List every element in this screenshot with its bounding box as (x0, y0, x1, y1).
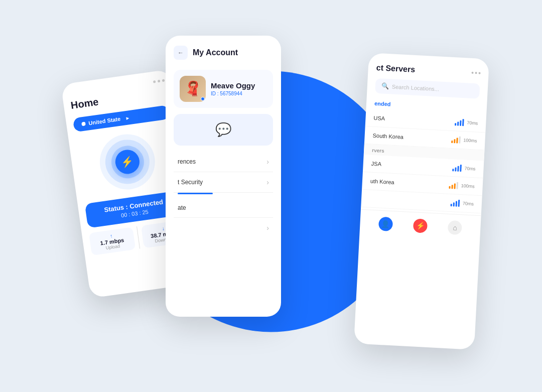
server-right-3: 70ms (451, 199, 474, 207)
menu-item-security[interactable]: t Security › (174, 172, 273, 193)
bar2 (451, 185, 453, 189)
back-icon: ← (178, 49, 184, 56)
dot-2 (158, 79, 161, 82)
location-dot (81, 121, 86, 126)
bottom-nav: 👤 ⚡ ⌂ (359, 209, 481, 241)
nav-home-icon: ⌂ (448, 220, 462, 234)
server-name-korea-rec: South Korea (372, 132, 403, 140)
bar3 (456, 138, 458, 143)
bolt-icon: ⚡ (120, 155, 134, 168)
scene: Home United State ▸ ⚡ Status : Connected… (45, 16, 497, 377)
server-right-uth-korea: 100ms (449, 181, 475, 190)
ping-jsa: 70ms (464, 166, 476, 171)
bar4 (458, 199, 460, 206)
menu-item-bottom[interactable]: › (174, 218, 273, 238)
server-right-korea-rec: 100ms (451, 136, 477, 144)
online-indicator (201, 97, 205, 101)
signal-usa-rec (455, 118, 464, 126)
signal-uth-korea (449, 181, 458, 189)
security-progress-bar (178, 193, 213, 194)
bar1 (451, 140, 453, 143)
server-name-jsa: JSA (371, 160, 381, 167)
upload-speed: ↑ 1.7 mbps Upload (89, 227, 136, 255)
signal-3 (451, 199, 460, 207)
location-label: United State (88, 115, 124, 126)
bar1 (451, 204, 452, 206)
bar1 (452, 169, 454, 171)
menu-item-preferences[interactable]: rences › (174, 152, 273, 172)
menu-arrow-bottom: › (266, 224, 269, 232)
nav-bolt[interactable]: ⚡ (413, 218, 428, 233)
server-right-usa-rec: 70ms (455, 118, 478, 126)
bar3 (457, 166, 459, 171)
user-id: ID : 56758944 (211, 91, 255, 96)
servers-menu[interactable] (471, 71, 480, 74)
user-name: Meave Oggy (211, 81, 255, 90)
ping-uth-korea: 100ms (461, 183, 475, 189)
nav-profile-icon: 👤 (378, 216, 392, 231)
user-avatar: 🧣 (180, 76, 206, 102)
menu-arrow-security: › (266, 178, 269, 186)
phone-account: ← My Account 🧣 Meave Oggy ID : 56758944 … (166, 36, 281, 317)
account-title: My Account (193, 48, 238, 57)
bar3 (460, 120, 462, 125)
ping-usa-rec: 70ms (467, 120, 478, 125)
dot-3 (162, 79, 165, 82)
nav-bolt-icon: ⚡ (413, 218, 428, 233)
menu-label-security: t Security (178, 179, 203, 186)
phone-servers: ct Servers 🔍 Search Locations... ended U… (354, 53, 489, 350)
nav-home[interactable]: ⌂ (448, 220, 462, 234)
power-rings: ⚡ (96, 130, 159, 193)
menu-dot-1 (471, 71, 473, 73)
bar1 (455, 123, 456, 125)
server-right-jsa: 70ms (452, 164, 476, 172)
bar3 (456, 201, 458, 206)
servers-title: ct Servers (376, 63, 415, 74)
bar4 (456, 182, 458, 189)
signal-jsa (452, 164, 462, 172)
signal-korea-rec (451, 136, 461, 143)
menu-dot-3 (478, 72, 480, 74)
account-header: ← My Account (174, 46, 273, 60)
menu-label-state: ate (178, 204, 186, 211)
bar4 (460, 164, 462, 171)
location-arrow: ▸ (126, 110, 162, 120)
power-container: ⚡ (76, 127, 179, 196)
bar2 (457, 121, 459, 125)
bar4 (462, 119, 464, 126)
nav-profile[interactable]: 👤 (378, 216, 392, 231)
bar2 (454, 139, 455, 143)
ping-korea-rec: 100ms (463, 138, 477, 143)
back-button[interactable]: ← (174, 46, 188, 60)
server-name-usa-rec: USA (373, 114, 385, 121)
chat-icon: 💬 (215, 122, 231, 138)
bar4 (459, 136, 461, 143)
search-icon: 🔍 (381, 82, 389, 90)
menu-label-preferences: rences (178, 158, 196, 165)
user-info: Meave Oggy ID : 56758944 (211, 81, 255, 96)
menu-item-state[interactable]: ate (174, 198, 273, 218)
menu-arrow-preferences: › (266, 158, 269, 166)
chat-card[interactable]: 💬 (174, 114, 273, 146)
dot-1 (153, 80, 156, 83)
user-card: 🧣 Meave Oggy ID : 56758944 (174, 70, 273, 108)
bar3 (454, 183, 456, 189)
ping-3: 70ms (463, 201, 474, 206)
speed-divider (136, 226, 140, 249)
bar2 (453, 202, 455, 206)
search-placeholder: Search Locations... (392, 83, 440, 92)
menu-dot-2 (475, 72, 477, 74)
bar1 (449, 186, 450, 188)
server-name-uth-korea: uth Korea (370, 178, 394, 185)
bar2 (455, 167, 456, 171)
